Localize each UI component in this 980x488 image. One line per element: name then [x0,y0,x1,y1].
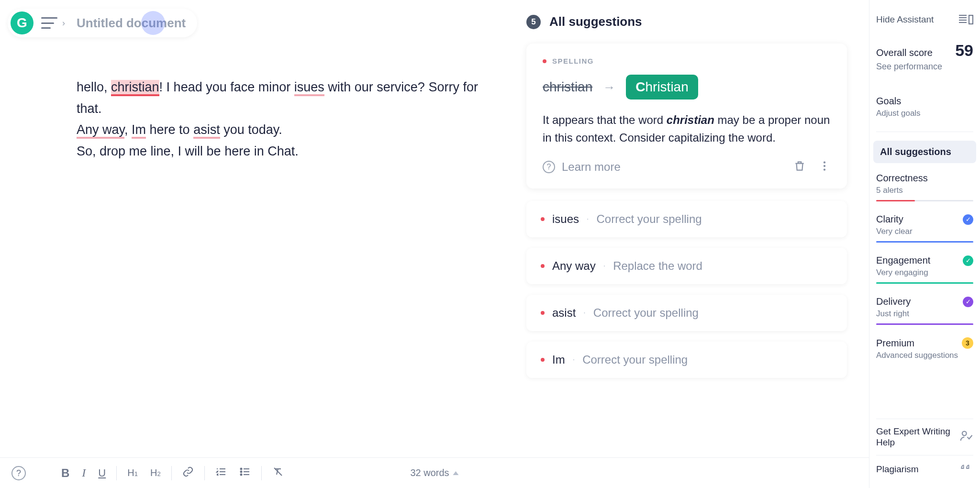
arrow-right-icon: → [603,80,615,95]
svg-point-4 [240,468,242,469]
svg-point-6 [240,474,242,475]
clear-formatting-button[interactable] [272,466,284,480]
apply-fix-button[interactable]: Christian [626,75,698,100]
progress-bar [876,282,973,284]
flag-isues[interactable]: isues [294,80,324,96]
overall-score-section[interactable]: Overall score 59 See performance [876,41,973,85]
goals-section[interactable]: Goals Adjust goals [876,96,973,118]
flag-im[interactable]: Im [132,122,146,139]
suggestion-card[interactable]: Im · Correct your spelling [526,342,847,378]
divider [116,466,117,480]
tour-highlight-pulse [141,11,165,35]
word-count[interactable]: 32 words [410,467,458,478]
progress-bar [876,241,973,243]
link-button[interactable] [182,466,194,480]
suggestion-category: SPELLING [552,57,594,65]
category-dot-icon [541,358,545,362]
flag-anyway[interactable]: Any way [77,122,124,139]
suggestion-card[interactable]: isues · Correct your spelling [526,201,847,237]
correctness-metric[interactable]: Correctness 5 alerts [876,173,973,201]
suggestions-title: All suggestions [549,14,642,29]
all-suggestions-tab[interactable]: All suggestions [873,141,976,163]
category-dot-icon [543,59,546,63]
svg-point-1 [824,165,825,167]
editor-line: hello, christian! I head you face minor … [77,77,479,119]
more-options-button[interactable] [818,159,831,175]
dismiss-suggestion-button[interactable] [793,159,806,175]
svg-point-3 [962,432,967,436]
ordered-list-button[interactable] [215,466,227,480]
svg-point-2 [824,169,825,171]
heading2-button[interactable]: H2 [150,467,161,478]
svg-point-0 [824,162,825,164]
check-icon: ✓ [963,214,973,225]
plagiarism-link[interactable]: Plagiarism [876,455,973,483]
editor-line: So, drop me line, I will be here in Chat… [77,141,479,162]
formatting-toolbar: ? B I U H1 H2 32 words [0,457,869,488]
engagement-metric[interactable]: Engagement ✓ Very engaging [876,255,973,284]
check-icon: ✓ [963,297,973,307]
unordered-list-button[interactable] [239,466,251,480]
triangle-up-icon [453,471,459,475]
suggestion-card-expanded[interactable]: SPELLING christian → Christian It appear… [526,44,847,189]
overall-score-value: 59 [955,41,973,60]
italic-button[interactable]: I [82,466,86,479]
divider [876,132,973,132]
hide-assistant-button[interactable]: Hide Assistant [876,14,934,25]
progress-bar [876,323,973,325]
suggestions-panel: 5 All suggestions SPELLING christian → C… [526,14,847,388]
delivery-metric[interactable]: Delivery ✓ Just right [876,296,973,325]
editor-canvas[interactable]: hello, christian! I head you face minor … [77,77,479,162]
divider [261,466,262,480]
suggestion-explanation: It appears that the word christian may b… [543,111,831,146]
wrong-word: christian [543,79,592,95]
premium-metric[interactable]: Premium 3 Advanced suggestions [876,337,973,360]
learn-more-link[interactable]: ? Learn more [543,160,621,174]
suggestion-card[interactable]: Any way · Replace the word [526,248,847,284]
assistant-sidebar: Hide Assistant Overall score 59 See perf… [869,0,980,488]
suggestion-card[interactable]: asist · Correct your spelling [526,295,847,331]
progress-bar [876,200,973,201]
bold-button[interactable]: B [61,466,69,480]
grammarly-logo[interactable] [11,11,33,34]
flag-asist[interactable]: asist [193,122,220,139]
panel-toggle-icon[interactable] [959,15,973,24]
chevron-right-icon: › [62,18,65,28]
category-dot-icon [541,217,545,221]
clarity-metric[interactable]: Clarity ✓ Very clear [876,214,973,243]
top-toolbar: › Untitled document [8,9,197,37]
question-icon: ? [543,161,555,173]
document-title[interactable]: Untitled document [73,14,189,33]
category-dot-icon [541,264,545,268]
heading1-button[interactable]: H1 [127,467,138,478]
quotes-icon [959,462,973,477]
category-dot-icon [541,311,545,315]
premium-count-badge: 3 [962,337,973,349]
expert-help-link[interactable]: Get Expert Writing Help [876,419,973,455]
underline-button[interactable]: U [98,467,106,479]
divider [171,466,172,480]
editor-line: Any way, Im here to asist you today. [77,119,479,141]
person-check-icon [959,429,973,445]
menu-icon[interactable] [41,17,57,29]
check-icon: ✓ [963,255,973,266]
help-icon[interactable]: ? [11,466,26,480]
flag-christian[interactable]: christian [111,80,159,96]
divider [204,466,205,480]
suggestion-count-badge: 5 [526,15,541,29]
svg-point-5 [240,471,242,472]
